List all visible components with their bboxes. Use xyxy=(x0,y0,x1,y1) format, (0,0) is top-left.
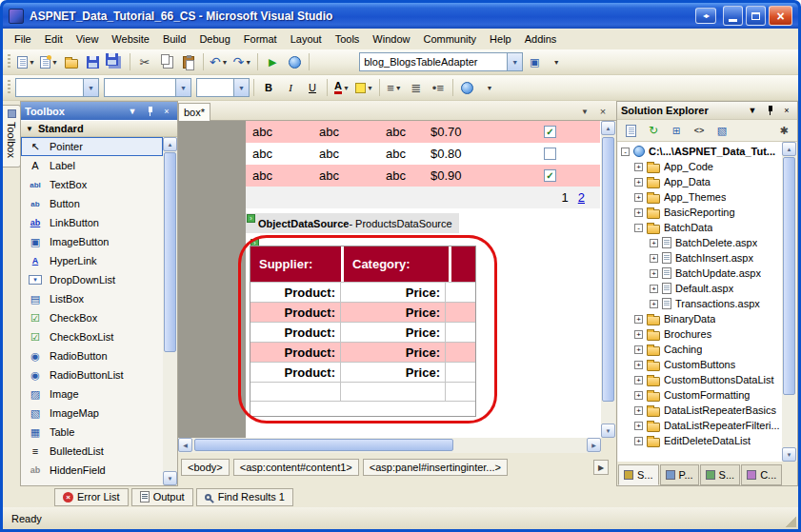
expander-icon[interactable]: + xyxy=(650,269,658,278)
bulleted-list-button[interactable]: •≡ xyxy=(428,77,449,98)
underline-button[interactable]: U xyxy=(302,77,323,98)
expander-icon[interactable]: + xyxy=(634,193,643,202)
tree-item-aspx[interactable]: +Transactions.aspx xyxy=(618,296,782,311)
toolbox-scrollbar[interactable]: ▲ ▼ xyxy=(163,137,177,485)
menu-item-window[interactable]: Window xyxy=(366,30,416,48)
tab-output[interactable]: Output xyxy=(131,488,193,506)
auto-hide-pin-button[interactable] xyxy=(143,105,156,118)
expander-icon[interactable]: + xyxy=(634,208,643,217)
toolbox-category-standard[interactable]: ▼ Standard xyxy=(21,120,177,137)
hyperlink-button[interactable] xyxy=(457,77,478,98)
misc-tool-button[interactable]: ▣ xyxy=(524,51,545,72)
scroll-up-button[interactable]: ▲ xyxy=(163,137,177,151)
toolbox-item-label[interactable]: ALabel xyxy=(21,156,163,175)
toolbox-item-hyperlink[interactable]: AHyperLink xyxy=(21,251,163,270)
smart-tag-icon[interactable]: › xyxy=(247,214,255,223)
tree-item-folder[interactable]: +Caching xyxy=(618,342,782,357)
refresh-button[interactable]: ↻ xyxy=(643,122,664,140)
view-in-browser-button[interactable] xyxy=(284,51,305,72)
toolbox-item-bulletedlist[interactable]: ≡BulletedList xyxy=(21,442,163,461)
tree-item-folder[interactable]: +App_Themes xyxy=(618,189,782,205)
toolbox-item-checkbox[interactable]: ☑CheckBox xyxy=(21,308,163,327)
toolbox-item-radiobuttonlist[interactable]: ◉RadioButtonList xyxy=(21,365,163,384)
expander-icon[interactable]: + xyxy=(650,254,658,263)
scroll-up-button[interactable]: ▲ xyxy=(601,121,615,135)
undo-button[interactable]: ↶▼ xyxy=(208,51,230,72)
expander-icon[interactable]: + xyxy=(634,330,643,339)
toolbar-overflow-button[interactable]: ▼ xyxy=(546,51,567,72)
properties-button[interactable] xyxy=(620,122,641,140)
pager-page-link[interactable]: 2 xyxy=(578,190,585,205)
foreground-color-button[interactable]: A▼ xyxy=(331,77,352,98)
close-solution-explorer-button[interactable]: × xyxy=(780,104,793,117)
expander-icon[interactable]: + xyxy=(634,345,643,354)
alignment-button[interactable]: ≡▼ xyxy=(384,77,405,98)
toolbox-item-button[interactable]: abButton xyxy=(21,194,163,213)
expander-icon[interactable]: + xyxy=(634,406,643,415)
menu-item-view[interactable]: View xyxy=(70,30,106,48)
tree-item-folder[interactable]: +BasicReporting xyxy=(618,205,782,220)
objectdatasource-control[interactable]: › ObjectDataSource - ProductsDataSource xyxy=(246,213,459,233)
toolbar-grip[interactable] xyxy=(8,80,10,95)
expander-icon[interactable]: + xyxy=(634,376,643,384)
numbered-list-button[interactable]: ≣ xyxy=(406,77,427,98)
open-file-button[interactable] xyxy=(61,51,82,72)
font-size-combo[interactable]: ▼ xyxy=(196,78,250,97)
expander-icon[interactable]: + xyxy=(634,163,643,171)
tree-item-folder[interactable]: +DataListRepeaterFilteri... xyxy=(618,418,782,433)
expander-icon[interactable]: + xyxy=(650,239,658,247)
design-vertical-scrollbar[interactable]: ▲ ▼ xyxy=(601,121,615,438)
expander-icon[interactable]: + xyxy=(634,422,643,430)
toolbox-item-linkbutton[interactable]: abLinkButton xyxy=(21,213,163,232)
tab-error-list[interactable]: ×Error List xyxy=(54,488,129,506)
tree-item-folder[interactable]: +App_Code xyxy=(618,159,782,174)
toolbox-item-dropdownlist[interactable]: ▾DropDownList xyxy=(21,270,163,289)
solution-explorer-header[interactable]: Solution Explorer ▼ × xyxy=(617,102,797,120)
expander-icon[interactable]: + xyxy=(634,437,643,445)
gridview-control[interactable]: abc abc abc $0.70 ✓ abc abc abc $0.80 ab… xyxy=(246,121,600,208)
toolbox-item-checkboxlist[interactable]: ☑CheckBoxList xyxy=(21,327,163,346)
menu-item-build[interactable]: Build xyxy=(156,30,192,48)
menu-item-file[interactable]: File xyxy=(8,30,38,48)
toolbox-item-radiobutton[interactable]: ◉RadioButton xyxy=(21,346,163,365)
minimize-button[interactable] xyxy=(723,6,743,26)
tree-scrollbar[interactable]: ▲ ▼ xyxy=(782,142,796,462)
combo-dropdown-button[interactable]: ▼ xyxy=(175,79,190,96)
close-button[interactable]: × xyxy=(769,6,792,26)
start-debugging-button[interactable]: ▶ xyxy=(262,51,283,72)
menu-item-format[interactable]: Format xyxy=(237,30,284,48)
scrollbar-thumb[interactable] xyxy=(164,152,176,352)
menu-item-tools[interactable]: Tools xyxy=(329,30,367,48)
toolbox-item-textbox[interactable]: ablTextBox xyxy=(21,175,163,194)
scrollbar-thumb[interactable] xyxy=(783,157,795,395)
expander-icon[interactable]: - xyxy=(621,148,630,156)
tree-item-aspx[interactable]: +Default.aspx xyxy=(618,281,782,296)
toolbox-side-tab[interactable]: Toolbox xyxy=(3,105,21,167)
toolbox-item-imagebutton[interactable]: ▣ImageButton xyxy=(21,232,163,251)
menu-item-website[interactable]: Website xyxy=(105,30,156,48)
toolbox-item-table[interactable]: ▦Table xyxy=(21,423,163,442)
scroll-up-button[interactable]: ▲ xyxy=(782,142,796,156)
nest-related-files-button[interactable]: ⊞ xyxy=(666,122,687,140)
scroll-down-button[interactable]: ▼ xyxy=(782,447,796,462)
toolbar-grip[interactable] xyxy=(8,54,10,69)
bold-button[interactable]: B xyxy=(258,77,279,98)
toolbox-item-image[interactable]: ▨Image xyxy=(21,384,163,404)
document-tab[interactable]: box* xyxy=(178,103,210,121)
toolbox-item-hiddenfield[interactable]: abHiddenField xyxy=(21,461,163,480)
tab-properties[interactable]: P... xyxy=(660,464,699,485)
tree-item-folder[interactable]: +CustomFormatting xyxy=(618,387,782,403)
menu-item-community[interactable]: Community xyxy=(416,30,483,48)
titlebar-arrows-button[interactable]: ◂▸ xyxy=(695,8,716,24)
scroll-down-button[interactable]: ▼ xyxy=(601,424,615,438)
combo-dropdown-button[interactable]: ▼ xyxy=(83,79,98,96)
menu-item-addins[interactable]: Addins xyxy=(518,30,564,48)
tag-asp-panel[interactable]: <asp:panel#insertinginter...> xyxy=(363,459,508,476)
tab-find-results[interactable]: Find Results 1 xyxy=(196,488,293,506)
add-new-item-button[interactable]: ▼ xyxy=(38,51,60,72)
tree-item-folder[interactable]: +DataListRepeaterBasics xyxy=(618,403,782,418)
save-all-button[interactable] xyxy=(105,51,126,72)
save-button[interactable] xyxy=(83,51,104,72)
tree-item-aspx[interactable]: +BatchDelete.aspx xyxy=(618,235,782,250)
tag-navigator-scroll-button[interactable]: ▶ xyxy=(593,460,609,475)
